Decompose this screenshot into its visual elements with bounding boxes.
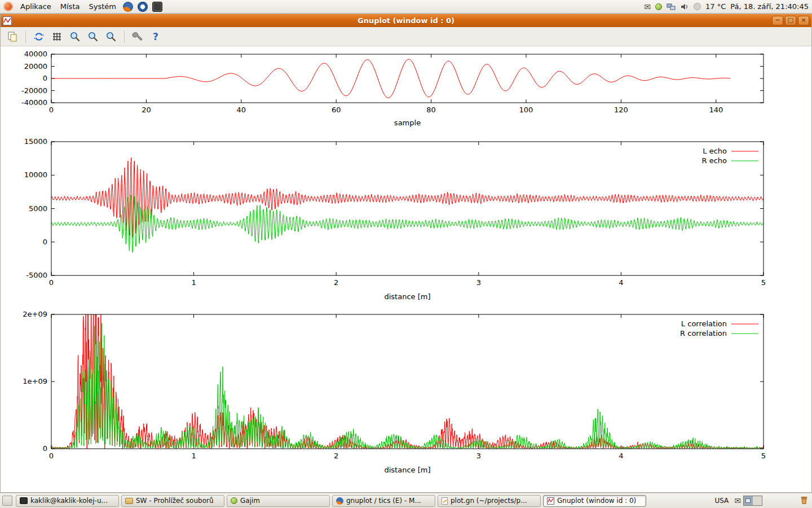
temperature-indicator[interactable]: 17 °C (705, 2, 726, 11)
svg-text:3: 3 (476, 452, 481, 460)
workspace-switcher[interactable] (743, 496, 762, 506)
taskbar-label: plot.gn (~/projects/p... (451, 497, 527, 505)
svg-text:15000: 15000 (24, 137, 47, 146)
svg-text:L echo: L echo (703, 147, 727, 155)
autoscale-icon (105, 31, 117, 42)
trash-icon (800, 496, 809, 505)
trash-applet[interactable] (800, 496, 809, 506)
taskbar-label: kaklik@kaklik-kolej-u... (30, 497, 108, 505)
menu-places[interactable]: Místa (56, 1, 84, 12)
show-desktop-button[interactable] (2, 496, 12, 506)
svg-text:4: 4 (619, 278, 623, 287)
gnome-panel-bottom: kaklik@kaklik-kolej-u... SW - Prohlížeč … (0, 493, 812, 508)
distro-menu-icon[interactable] (3, 2, 13, 11)
terminal-launcher-icon[interactable] (152, 2, 162, 12)
zoom-previous-icon (69, 31, 81, 42)
system-tray: ✉ 17 °C Pá, 18. září, 21:40:45 (644, 2, 809, 11)
workspace-2[interactable] (753, 496, 762, 505)
menu-applications[interactable]: Aplikace (16, 1, 55, 12)
taskbar-button-terminal[interactable]: kaklik@kaklik-kolej-u... (16, 495, 119, 507)
grid-toggle-button[interactable] (50, 29, 64, 44)
maximize-button[interactable]: □ (785, 16, 796, 25)
taskbar-label: Gajim (240, 497, 260, 505)
svg-text:0: 0 (49, 278, 54, 287)
file-manager-icon (125, 498, 133, 504)
help-button[interactable]: ? (148, 29, 163, 44)
gnuplot-icon (547, 497, 554, 505)
autoscale-button[interactable] (104, 29, 118, 44)
svg-text:5: 5 (761, 278, 766, 287)
svg-text:120: 120 (614, 106, 628, 114)
close-button[interactable]: × (798, 16, 809, 25)
weather-icon[interactable] (694, 3, 701, 10)
svg-text:R echo: R echo (701, 156, 727, 165)
plot-2: 0123452e+091e+090distance [m]L correlati… (23, 282, 766, 474)
clock[interactable]: Pá, 18. září, 21:40:45 (730, 2, 809, 11)
replot-button[interactable] (32, 29, 46, 44)
refresh-icon (33, 31, 45, 42)
zoom-next-button[interactable] (86, 29, 100, 44)
svg-text:40000: 40000 (24, 50, 47, 58)
gajim-icon (231, 497, 237, 504)
svg-text:20: 20 (142, 106, 151, 114)
svg-text:1: 1 (191, 452, 196, 460)
svg-text:10000: 10000 (24, 170, 47, 179)
svg-text:60: 60 (332, 106, 341, 114)
help-icon: ? (153, 31, 158, 42)
update-notifier-icon[interactable] (655, 3, 662, 10)
mail-notification-icon[interactable]: ✉ (734, 496, 741, 505)
svg-text:1e+09: 1e+09 (23, 377, 47, 386)
taskbar-button-editor[interactable]: plot.gn (~/projects/p... (438, 495, 541, 507)
zoom-previous-button[interactable] (68, 29, 82, 44)
copy-clipboard-button[interactable] (5, 29, 20, 44)
svg-text:140: 140 (709, 106, 723, 114)
svg-text:distance [m]: distance [m] (384, 292, 430, 301)
svg-text:-40000: -40000 (21, 98, 47, 107)
titlebar[interactable]: Gnuplot (window id : 0) − □ × (1, 14, 811, 27)
taskbar-button-gnuplot[interactable]: Gnuplot (window id : 0) (543, 495, 646, 507)
svg-text:20000: 20000 (24, 62, 47, 71)
svg-text:sample: sample (394, 119, 421, 127)
window-title: Gnuplot (window id : 0) (1, 16, 811, 25)
mail-icon[interactable]: ✉ (644, 2, 651, 11)
svg-text:0: 0 (43, 238, 47, 246)
svg-text:0: 0 (49, 452, 54, 460)
taskbar-button-gajim[interactable]: Gajim (227, 495, 330, 507)
help-launcher-icon[interactable] (138, 2, 148, 12)
gnuplot-toolbar: ? (1, 27, 811, 46)
wrench-icon (132, 31, 143, 42)
svg-text:5000: 5000 (29, 204, 47, 213)
network-icon[interactable] (667, 3, 676, 11)
svg-text:80: 80 (426, 106, 436, 114)
gnuplot-plots[interactable]: 02040608010012014040000200000-20000-4000… (1, 46, 811, 492)
svg-text:0: 0 (49, 106, 54, 114)
svg-text:0: 0 (43, 74, 47, 82)
svg-text:0: 0 (43, 444, 47, 453)
minimize-button[interactable]: − (772, 16, 783, 25)
svg-text:40: 40 (237, 106, 246, 114)
plot-canvas-area: 02040608010012014040000200000-20000-4000… (1, 46, 811, 492)
svg-text:-20000: -20000 (21, 86, 47, 95)
taskbar-button-file-manager[interactable]: SW - Prohlížeč souborů (121, 495, 224, 507)
settings-button[interactable] (130, 29, 145, 44)
toolbar-separator (25, 30, 26, 43)
svg-text:L correlation: L correlation (681, 319, 727, 328)
volume-icon[interactable] (680, 3, 689, 11)
keyboard-layout-indicator[interactable]: USA (711, 497, 732, 505)
taskbar-button-firefox[interactable]: gnuplot / tics (E) - M... (332, 495, 435, 507)
svg-text:2: 2 (334, 452, 338, 460)
svg-text:3: 3 (476, 278, 481, 287)
text-editor-icon (442, 497, 448, 505)
workspace-1[interactable] (744, 496, 753, 505)
gnome-panel-top: Aplikace Místa Systém ✉ 17 °C Pá, 18. zá… (0, 0, 812, 14)
svg-text:2e+09: 2e+09 (23, 310, 47, 318)
copy-icon (7, 31, 18, 42)
firefox-launcher-icon[interactable] (123, 2, 133, 12)
taskbar-label: SW - Prohlížeč souborů (136, 497, 214, 505)
taskbar-label: Gnuplot (window id : 0) (557, 497, 636, 505)
menu-system[interactable]: Systém (85, 1, 120, 12)
grid-icon (51, 31, 63, 42)
svg-text:distance [m]: distance [m] (384, 466, 430, 474)
svg-text:R correlation: R correlation (680, 329, 727, 338)
svg-text:5: 5 (761, 452, 766, 460)
